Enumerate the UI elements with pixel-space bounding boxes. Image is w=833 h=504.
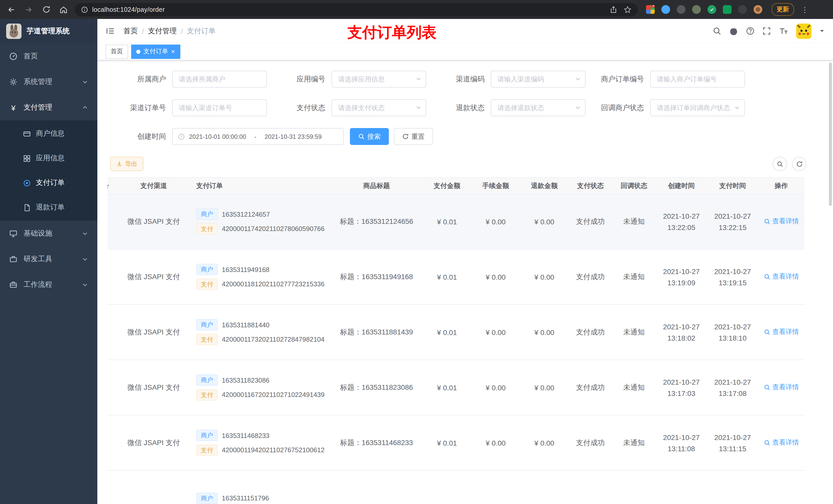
reset-button[interactable]: 重置 <box>394 128 433 145</box>
sidebar-item-payment[interactable]: ¥ 支付管理 <box>0 95 97 120</box>
date-start[interactable]: 2021-10-01 00:00:00 <box>189 133 246 140</box>
browser-menu-icon[interactable]: ⋮ <box>801 5 808 14</box>
table-row[interactable]: 18 微信 JSAPI 支付 商户1635311823086 支付4200001… <box>108 360 804 415</box>
view-detail-link[interactable]: 查看详情 <box>764 383 799 392</box>
extension-gray1-icon[interactable] <box>677 5 686 14</box>
logo-title: 芋道管理系统 <box>27 27 70 36</box>
url-text[interactable]: localhost:1024/pay/order <box>92 6 165 13</box>
hamburger-icon[interactable] <box>105 26 115 36</box>
extension-drop-icon[interactable] <box>661 5 670 14</box>
logo[interactable]: 芋道管理系统 <box>0 19 97 44</box>
cell-fee: ¥ 0.00 <box>471 415 520 471</box>
sidebar-item-label: 基础设施 <box>24 229 52 238</box>
table-row[interactable]: 21 微信 JSAPI 支付 商户1635312124657 支付4200001… <box>108 194 804 249</box>
sidebar-item-system[interactable]: 系统管理 <box>0 69 97 95</box>
search-icon[interactable] <box>713 27 721 35</box>
channel-order-no-input[interactable] <box>172 99 267 116</box>
browser-update-button[interactable]: 更新 <box>771 3 794 16</box>
cell-paid: 2021-10-2713:17:08 <box>707 360 758 415</box>
cell-id: 17 <box>108 415 120 471</box>
date-range-picker[interactable]: 2021-10-01 00:00:00 - 2021-10-31 23:59:5… <box>172 128 344 145</box>
sidebar-item-label: 支付订单 <box>36 178 65 188</box>
pay-no: 4200001194202110276752100612 <box>222 447 325 454</box>
pay-status-select[interactable] <box>331 99 426 116</box>
table-row-partial[interactable]: 商户1635311151796 <box>108 471 804 504</box>
table-row[interactable]: 19 微信 JSAPI 支付 商户1635311881440 支付4200001… <box>108 305 804 360</box>
breadcrumb-separator: / <box>181 27 183 35</box>
cell-paid: 2021-10-2713:19:15 <box>707 249 758 305</box>
date-end[interactable]: 2021-10-31 23:59:59 <box>265 133 322 140</box>
github-icon[interactable] <box>729 26 738 35</box>
view-detail-link[interactable]: 查看详情 <box>764 438 799 448</box>
cell-title: 标题：1635311823086 <box>330 360 423 415</box>
caret-down-icon[interactable] <box>819 28 825 34</box>
sidebar-item-workflow[interactable]: 工作流程 <box>0 272 97 297</box>
breadcrumb-current: 支付订单 <box>187 26 216 35</box>
search-button[interactable]: 搜索 <box>350 128 389 145</box>
extension-dark-icon[interactable] <box>738 5 747 14</box>
extension-gray2-icon[interactable] <box>692 5 701 14</box>
cell-title: 标题：1635311468233 <box>330 415 423 471</box>
sidebar-item-home[interactable]: 首页 <box>0 44 97 69</box>
browser-home-icon[interactable] <box>57 3 70 16</box>
table-toolbar: 导出 <box>108 157 823 171</box>
tab-label: 支付订单 <box>143 47 168 56</box>
close-icon[interactable]: × <box>171 48 175 55</box>
browser-forward-icon[interactable] <box>23 3 35 16</box>
fullscreen-icon[interactable] <box>762 27 771 35</box>
profile-monkey-icon[interactable] <box>754 5 762 14</box>
page-scrollbar[interactable] <box>829 63 832 206</box>
cell-created: 2021-10-2713:19:09 <box>656 249 707 305</box>
extension-green-square-icon[interactable] <box>723 5 732 14</box>
channel-code-select[interactable] <box>491 71 586 88</box>
share-icon[interactable] <box>610 6 617 13</box>
tab-pay-order[interactable]: 支付订单 × <box>131 44 180 58</box>
cell-id: 20 <box>108 249 120 305</box>
chevron-down-icon <box>82 256 88 262</box>
sidebar-item-dev-tools[interactable]: 研发工具 <box>0 246 97 272</box>
browser-back-icon[interactable] <box>5 3 18 16</box>
sidebar-item-app-info[interactable]: 应用信息 <box>0 146 97 171</box>
sidebar-item-merchant-info[interactable]: 商户信息 <box>0 121 97 146</box>
site-info-icon[interactable] <box>81 6 88 13</box>
merchant-no: 1635311949168 <box>222 266 269 273</box>
extension-colorful-icon[interactable]: 10 <box>646 5 655 14</box>
cell-id <box>108 471 120 504</box>
sidebar-item-pay-order[interactable]: 支付订单 <box>0 171 97 195</box>
breadcrumb-home[interactable]: 首页 <box>123 26 138 35</box>
reset-button-label: 重置 <box>411 132 425 141</box>
view-detail-link[interactable]: 查看详情 <box>764 272 799 282</box>
refresh-icon[interactable] <box>792 157 806 171</box>
table-row[interactable]: 17 微信 JSAPI 支付 商户1635311468233 支付4200001… <box>108 415 804 471</box>
font-size-icon[interactable] <box>779 27 788 35</box>
filter-label: 渠道订单号 <box>108 103 172 113</box>
bookmark-star-icon[interactable] <box>623 5 632 14</box>
view-detail-link[interactable]: 查看详情 <box>764 217 799 226</box>
document-icon <box>23 203 31 212</box>
filter-label: 所属商户 <box>108 74 172 84</box>
extension-check-icon[interactable] <box>708 5 716 14</box>
address-bar[interactable]: localhost:1024/pay/order <box>75 3 638 16</box>
table-header-row: 编号 支付渠道 支付订单 商品标题 支付金额 手续金额 退款金额 支付状态 回调… <box>108 177 804 194</box>
breadcrumb-payment[interactable]: 支付管理 <box>148 26 177 35</box>
notify-status-select[interactable] <box>650 99 745 116</box>
cell-order: 商户1635311823086 支付4200001167202110271022… <box>187 360 330 415</box>
view-detail-link[interactable]: 查看详情 <box>764 328 799 337</box>
merchant-input[interactable] <box>172 71 267 88</box>
toggle-search-icon[interactable] <box>772 157 787 171</box>
merchant-order-no-input[interactable] <box>650 71 745 88</box>
app-no-select[interactable] <box>331 71 426 88</box>
user-avatar[interactable] <box>796 23 811 39</box>
table-row[interactable]: 20 微信 JSAPI 支付 商户1635311949168 支付4200001… <box>108 249 804 305</box>
sidebar-item-infrastructure[interactable]: 基础设施 <box>0 221 97 246</box>
tab-home[interactable]: 首页 <box>105 44 128 58</box>
sidebar-item-label: 应用信息 <box>36 154 65 163</box>
cell-created: 2021-10-2713:18:02 <box>656 305 707 360</box>
help-icon[interactable] <box>746 27 755 35</box>
refund-status-select[interactable] <box>491 99 586 116</box>
merchant-no: 1635312124657 <box>222 211 270 218</box>
cell-order: 商户1635311468233 支付4200001194202110276752… <box>187 415 330 471</box>
export-button[interactable]: 导出 <box>110 157 143 171</box>
browser-reload-icon[interactable] <box>40 3 52 16</box>
sidebar-item-refund-order[interactable]: 退款订单 <box>0 195 97 220</box>
